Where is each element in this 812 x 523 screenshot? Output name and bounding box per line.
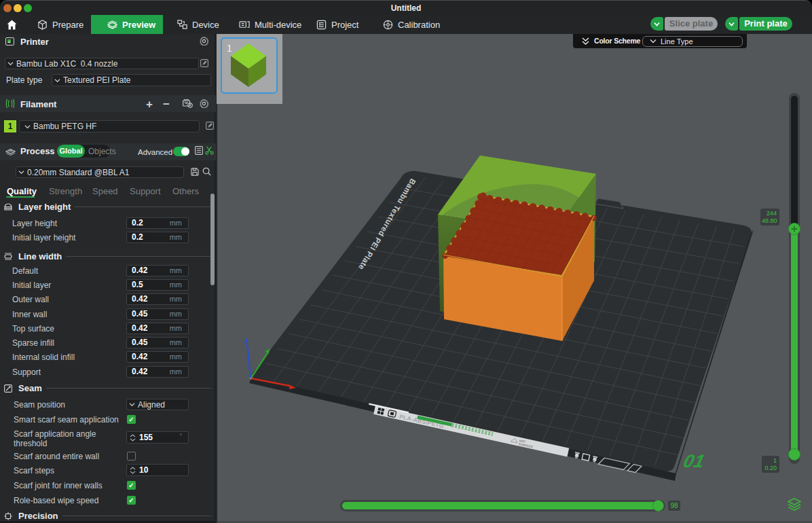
svg-text:01: 01 [682,450,707,471]
